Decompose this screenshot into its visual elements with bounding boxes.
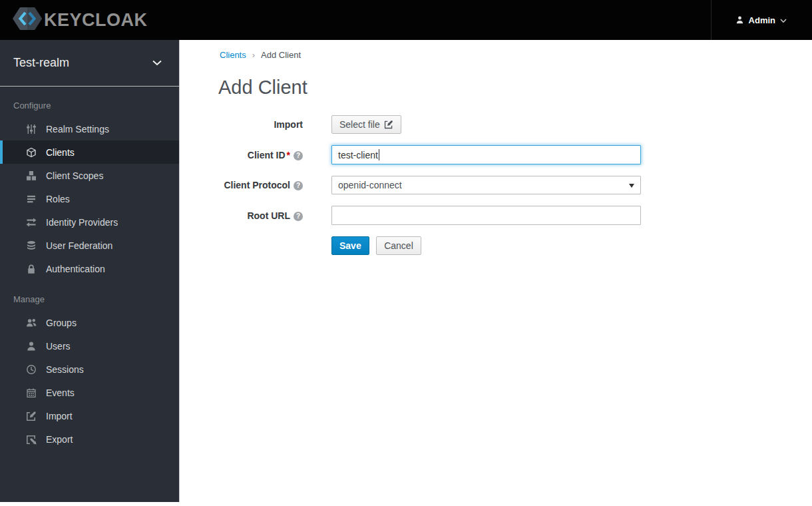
user-menu[interactable]: Admin — [711, 0, 812, 40]
sidebar-item-sessions[interactable]: Sessions — [0, 358, 179, 381]
sidebar-item-identity-providers[interactable]: Identity Providers — [0, 210, 179, 234]
sidebar-item-export[interactable]: Export — [0, 427, 179, 451]
sidebar-item-label: Roles — [46, 194, 70, 204]
sidebar-item-label: Realm Settings — [46, 124, 109, 134]
sidebar-item-import[interactable]: Import — [0, 404, 179, 427]
select-file-button[interactable]: Select file — [331, 115, 401, 134]
nav-section: ConfigureRealm SettingsClientsClient Sco… — [0, 87, 179, 280]
chevron-down-icon — [152, 60, 162, 66]
save-button[interactable]: Save — [331, 236, 369, 255]
sidebar-item-label: User Federation — [46, 240, 112, 251]
sidebar: Test-realm ConfigureRealm SettingsClient… — [0, 40, 180, 502]
nav-section: ManageGroupsUsersSessionsEventsImportExp… — [0, 280, 179, 451]
cube-icon — [25, 147, 37, 158]
sidebar-item-label: Identity Providers — [46, 217, 118, 228]
form-row-client-protocol: Client Protocol? openid-connect — [220, 176, 772, 194]
sidebar-item-roles[interactable]: Roles — [0, 187, 179, 210]
exchange-icon — [25, 217, 37, 228]
form-row-client-id: Client ID*? test-client — [220, 145, 772, 164]
sidebar-item-events[interactable]: Events — [0, 381, 179, 404]
lock-icon — [25, 264, 37, 274]
sliders-icon — [25, 124, 37, 134]
form-actions: Save Cancel — [220, 236, 772, 255]
sidebar-item-users[interactable]: Users — [0, 334, 179, 358]
user-icon — [25, 341, 37, 352]
client-protocol-label: Client Protocol? — [220, 180, 303, 190]
main-content: Clients › Add Client Add Client Import S… — [180, 40, 812, 506]
cancel-button[interactable]: Cancel — [376, 236, 421, 255]
select-file-button-label: Select file — [339, 119, 380, 130]
sidebar-item-label: Authentication — [46, 264, 105, 274]
breadcrumb: Clients › Add Client — [220, 50, 772, 60]
user-icon — [735, 15, 744, 25]
help-icon[interactable]: ? — [294, 212, 303, 221]
sidebar-item-label: Clients — [46, 147, 75, 158]
client-id-label: Client ID*? — [220, 150, 303, 160]
sidebar-item-label: Client Scopes — [46, 170, 103, 181]
cubes-icon — [25, 170, 37, 181]
import-icon — [384, 120, 393, 129]
import-label: Import — [220, 119, 303, 130]
breadcrumb-link-clients[interactable]: Clients — [220, 50, 246, 60]
text-caret — [379, 149, 379, 160]
page-title: Add Client — [218, 77, 772, 99]
app-header: KEYCLOAK Admin — [0, 0, 812, 40]
sidebar-item-groups[interactable]: Groups — [0, 311, 179, 334]
select-arrow-icon — [629, 184, 634, 188]
user-menu-label: Admin — [749, 15, 775, 25]
sidebar-item-label: Events — [46, 387, 75, 398]
nav-section-label: Manage — [0, 280, 179, 311]
sidebar-item-authentication[interactable]: Authentication — [0, 257, 179, 280]
client-id-value: test-client — [338, 150, 378, 160]
chevron-down-icon — [780, 17, 787, 23]
sidebar-item-clients[interactable]: Clients — [0, 140, 179, 164]
sidebar-item-label: Users — [46, 341, 71, 352]
realm-selector[interactable]: Test-realm — [0, 40, 179, 87]
database-icon — [25, 240, 37, 251]
sidebar-item-label: Sessions — [46, 364, 84, 375]
root-url-input[interactable] — [331, 206, 641, 225]
help-icon[interactable]: ? — [294, 151, 303, 160]
client-protocol-value: openid-connect — [338, 180, 402, 190]
realm-name: Test-realm — [13, 56, 69, 70]
keycloak-logo[interactable]: KEYCLOAK — [0, 5, 148, 35]
sidebar-item-client-scopes[interactable]: Client Scopes — [0, 164, 179, 187]
calendar-icon — [25, 387, 37, 398]
form-row-root-url: Root URL? — [220, 206, 772, 225]
import-icon — [25, 411, 37, 421]
sidebar-item-label: Import — [46, 411, 73, 421]
nav-section-label: Configure — [0, 87, 179, 117]
keycloak-logo-icon — [12, 5, 43, 35]
sidebar-item-user-federation[interactable]: User Federation — [0, 234, 179, 257]
root-url-label: Root URL? — [220, 210, 303, 221]
sidebar-item-realm-settings[interactable]: Realm Settings — [0, 117, 179, 140]
sidebar-item-label: Groups — [46, 318, 77, 328]
client-protocol-select[interactable]: openid-connect — [331, 176, 641, 194]
breadcrumb-separator: › — [252, 50, 255, 60]
add-client-form: Import Select file Client ID*? test-clie… — [220, 115, 772, 255]
clock-icon — [25, 364, 37, 375]
client-id-input[interactable]: test-client — [331, 145, 641, 164]
sidebar-sections: ConfigureRealm SettingsClientsClient Sco… — [0, 87, 179, 451]
users-icon — [25, 318, 37, 328]
sidebar-item-label: Export — [46, 434, 73, 445]
breadcrumb-current: Add Client — [261, 50, 301, 60]
brand-text: KEYCLOAK — [44, 10, 148, 31]
help-icon[interactable]: ? — [294, 181, 303, 190]
list-icon — [25, 194, 37, 204]
export-icon — [25, 434, 37, 445]
form-row-import: Import Select file — [220, 115, 772, 134]
required-marker: * — [287, 150, 290, 160]
